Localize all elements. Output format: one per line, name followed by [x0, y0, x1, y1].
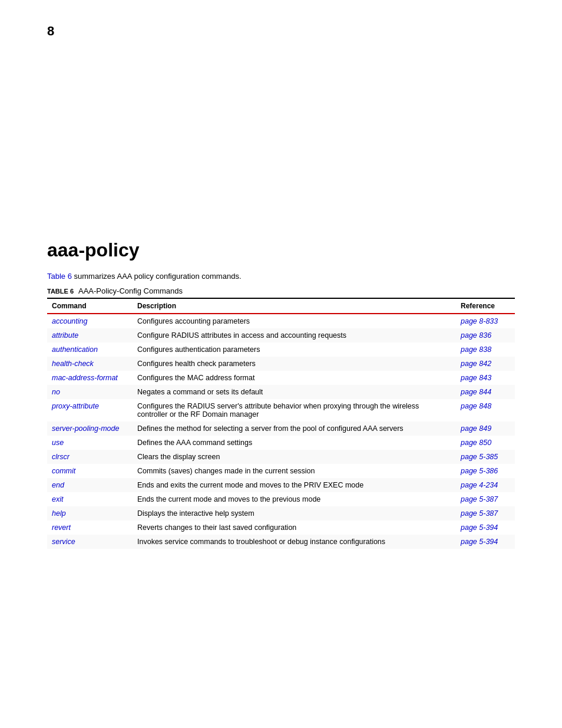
intro-text-rest: summarizes AAA policy configuration comm…: [72, 272, 242, 281]
header-command: Command: [47, 298, 133, 314]
command-description: Configures accounting parameters: [133, 314, 456, 328]
command-link[interactable]: attribute: [52, 331, 78, 340]
table-label: TABLE 6 AAA-Policy-Config Commands: [47, 286, 515, 295]
table-number-label: TABLE 6: [47, 288, 74, 295]
reference-link[interactable]: page 842: [461, 360, 491, 368]
command-link[interactable]: exit: [52, 495, 63, 503]
command-link[interactable]: accounting: [52, 317, 87, 325]
table-row: accountingConfigures accounting paramete…: [47, 314, 515, 328]
command-description: Invokes service commands to troubleshoot…: [133, 535, 456, 549]
table-caption: AAA-Policy-Config Commands: [78, 286, 183, 295]
header-reference: Reference: [456, 298, 515, 314]
table-row: authenticationConfigures authentication …: [47, 342, 515, 357]
command-link[interactable]: health-check: [52, 360, 94, 368]
reference-link[interactable]: page 5-387: [461, 509, 498, 518]
command-link[interactable]: mac-address-format: [52, 374, 118, 382]
reference-link[interactable]: page 848: [461, 402, 491, 410]
header-description: Description: [133, 298, 456, 314]
table-row: health-checkConfigures health check para…: [47, 357, 515, 371]
command-description: Clears the display screen: [133, 450, 456, 464]
reference-link[interactable]: page 836: [461, 331, 491, 340]
command-description: Ends the current mode and moves to the p…: [133, 492, 456, 506]
table-row: noNegates a command or sets its defaultp…: [47, 385, 515, 399]
command-link[interactable]: end: [52, 481, 64, 489]
section-title: aaa-policy: [47, 239, 515, 261]
table-row: exitEnds the current mode and moves to t…: [47, 492, 515, 506]
table-row: endEnds and exits the current mode and m…: [47, 478, 515, 492]
command-link[interactable]: use: [52, 439, 64, 447]
table-6-link[interactable]: Table 6: [47, 272, 72, 281]
reference-link[interactable]: page 8-833: [461, 317, 498, 325]
reference-link[interactable]: page 5-386: [461, 467, 498, 475]
command-description: Defines the method for selecting a serve…: [133, 421, 456, 436]
command-link[interactable]: proxy-attribute: [52, 402, 99, 410]
reference-link[interactable]: page 838: [461, 345, 491, 354]
table-row: serviceInvokes service commands to troub…: [47, 535, 515, 549]
reference-link[interactable]: page 849: [461, 424, 491, 433]
table-row: server-pooling-modeDefines the method fo…: [47, 421, 515, 436]
command-description: Negates a command or sets its default: [133, 385, 456, 399]
command-description: Defines the AAA command settings: [133, 436, 456, 450]
table-row: helpDisplays the interactive help system…: [47, 506, 515, 521]
table-row: proxy-attributeConfigures the RADIUS ser…: [47, 399, 515, 421]
reference-link[interactable]: page 5-387: [461, 495, 498, 503]
command-link[interactable]: help: [52, 509, 66, 518]
command-description: Configures the RADIUS server's attribute…: [133, 399, 456, 421]
aaa-policy-table: Command Description Reference accounting…: [47, 298, 515, 549]
command-link[interactable]: no: [52, 388, 60, 396]
command-description: Reverts changes to their last saved conf…: [133, 521, 456, 535]
reference-link[interactable]: page 4-234: [461, 481, 498, 489]
command-description: Configure RADIUS attributes in access an…: [133, 328, 456, 342]
command-description: Configures authentication parameters: [133, 342, 456, 357]
command-description: Displays the interactive help system: [133, 506, 456, 521]
table-row: revertReverts changes to their last save…: [47, 521, 515, 535]
table-row: useDefines the AAA command settingspage …: [47, 436, 515, 450]
table-row: attributeConfigure RADIUS attributes in …: [47, 328, 515, 342]
page-number: 8: [47, 24, 515, 39]
reference-link[interactable]: page 5-394: [461, 538, 498, 546]
table-row: commitCommits (saves) changes made in th…: [47, 464, 515, 478]
reference-link[interactable]: page 5-394: [461, 523, 498, 532]
command-description: Commits (saves) changes made in the curr…: [133, 464, 456, 478]
command-link[interactable]: commit: [52, 467, 75, 475]
table-row: mac-address-formatConfigures the MAC add…: [47, 371, 515, 385]
intro-paragraph: Table 6 summarizes AAA policy configurat…: [47, 272, 515, 281]
command-link[interactable]: clrscr: [52, 453, 70, 461]
command-description: Ends and exits the current mode and move…: [133, 478, 456, 492]
reference-link[interactable]: page 850: [461, 439, 491, 447]
command-link[interactable]: revert: [52, 523, 71, 532]
reference-link[interactable]: page 5-385: [461, 453, 498, 461]
command-description: Configures health check parameters: [133, 357, 456, 371]
command-link[interactable]: authentication: [52, 345, 98, 354]
command-description: Configures the MAC address format: [133, 371, 456, 385]
command-link[interactable]: server-pooling-mode: [52, 424, 119, 433]
table-row: clrscrClears the display screenpage 5-38…: [47, 450, 515, 464]
reference-link[interactable]: page 843: [461, 374, 491, 382]
reference-link[interactable]: page 844: [461, 388, 491, 396]
command-link[interactable]: service: [52, 538, 75, 546]
